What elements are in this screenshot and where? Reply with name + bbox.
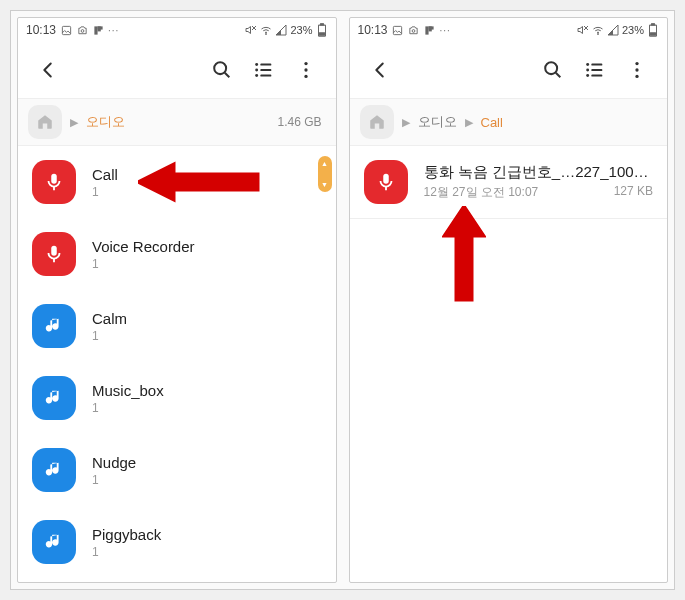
svg-rect-2: [94, 26, 97, 34]
image-icon: [60, 24, 72, 36]
svg-point-34: [597, 33, 598, 34]
svg-rect-18: [260, 74, 271, 76]
breadcrumb-current[interactable]: Call: [481, 115, 503, 130]
flipboard-icon: [92, 24, 104, 36]
list-item[interactable]: Piggyback 1: [18, 506, 336, 578]
breadcrumb-parent[interactable]: 오디오: [418, 113, 457, 131]
camera-icon: [408, 24, 420, 36]
camera-icon: [76, 24, 88, 36]
svg-point-20: [304, 68, 307, 71]
svg-rect-41: [591, 63, 602, 65]
battery-icon: [647, 24, 659, 36]
breadcrumb-current[interactable]: 오디오: [86, 113, 125, 131]
breadcrumb-home[interactable]: [360, 105, 394, 139]
mic-icon: [364, 160, 408, 204]
breadcrumb: ▶ 오디오 1.46 GB: [18, 98, 336, 146]
more-status-icon: ···: [440, 25, 451, 36]
file-name: 통화 녹음 긴급번호_…227_100723.m4a: [424, 163, 654, 182]
file-date: 12월 27일 오전 10:07: [424, 184, 539, 201]
list-item[interactable]: Call 1: [18, 146, 336, 218]
mic-icon: [32, 160, 76, 204]
phone-left: 10:13 ···: [17, 17, 337, 583]
svg-rect-37: [651, 33, 656, 35]
list-item-count: 1: [92, 545, 322, 559]
svg-point-19: [304, 62, 307, 65]
back-button[interactable]: [364, 54, 396, 86]
list-item[interactable]: Shrink_ray 1: [18, 578, 336, 582]
chevron-right-icon: ▶: [402, 116, 410, 129]
svg-rect-31: [429, 26, 434, 29]
music-note-icon: [32, 376, 76, 420]
file-list: 통화 녹음 긴급번호_…227_100723.m4a 12월 27일 오전 10…: [350, 146, 668, 582]
svg-point-11: [214, 62, 226, 74]
more-button[interactable]: [621, 54, 653, 86]
file-size: 127 KB: [614, 184, 653, 201]
svg-rect-49: [383, 174, 389, 184]
list-item-count: 1: [92, 257, 322, 271]
list-item-title: Piggyback: [92, 526, 322, 543]
music-note-icon: [32, 304, 76, 348]
battery-text: 23%: [622, 24, 644, 36]
search-button[interactable]: [206, 54, 238, 86]
chevron-right-icon: ▶: [465, 116, 473, 129]
music-note-icon: [32, 520, 76, 564]
svg-rect-27: [393, 26, 401, 34]
list-item-title: Call: [92, 166, 322, 183]
svg-rect-0: [62, 26, 70, 34]
battery-text: 23%: [290, 24, 312, 36]
mute-icon: [577, 24, 589, 36]
more-button[interactable]: [290, 54, 322, 86]
wifi-icon: [260, 24, 272, 36]
music-note-icon: [32, 448, 76, 492]
toolbar: [18, 42, 336, 98]
more-status-icon: ···: [108, 25, 119, 36]
wifi-icon: [592, 24, 604, 36]
svg-point-48: [635, 75, 638, 78]
folder-list: ▲▼ Call 1 Voice Recorder 1: [18, 146, 336, 582]
back-button[interactable]: [32, 54, 64, 86]
svg-point-40: [586, 63, 589, 66]
svg-line-39: [556, 73, 561, 78]
svg-rect-36: [652, 24, 655, 25]
svg-rect-45: [591, 74, 602, 76]
image-icon: [392, 24, 404, 36]
svg-rect-10: [319, 33, 324, 35]
list-item-title: Calm: [92, 310, 322, 327]
svg-point-21: [304, 75, 307, 78]
search-button[interactable]: [537, 54, 569, 86]
status-time: 10:13: [358, 23, 388, 37]
svg-point-7: [266, 33, 267, 34]
svg-point-28: [412, 29, 415, 32]
list-item[interactable]: Calm 1: [18, 290, 336, 362]
folder-size: 1.46 GB: [277, 115, 321, 129]
breadcrumb-home[interactable]: [28, 105, 62, 139]
view-toggle-button[interactable]: [248, 54, 280, 86]
svg-point-47: [635, 68, 638, 71]
svg-marker-51: [444, 206, 484, 300]
svg-line-12: [224, 73, 229, 78]
signal-icon: [275, 24, 287, 36]
list-item[interactable]: Voice Recorder 1: [18, 218, 336, 290]
chevron-right-icon: ▶: [70, 116, 78, 129]
toolbar: [350, 42, 668, 98]
svg-point-42: [586, 69, 589, 72]
svg-rect-29: [425, 26, 428, 34]
list-item[interactable]: Nudge 1: [18, 434, 336, 506]
mic-icon: [32, 232, 76, 276]
fast-scroll-handle[interactable]: ▲▼: [318, 156, 332, 192]
list-item[interactable]: Music_box 1: [18, 362, 336, 434]
view-toggle-button[interactable]: [579, 54, 611, 86]
list-item-title: Voice Recorder: [92, 238, 322, 255]
svg-rect-43: [591, 69, 602, 71]
svg-rect-4: [97, 26, 102, 29]
battery-icon: [316, 24, 328, 36]
list-item-title: Music_box: [92, 382, 322, 399]
file-item[interactable]: 통화 녹음 긴급번호_…227_100723.m4a 12월 27일 오전 10…: [350, 146, 668, 219]
flipboard-icon: [424, 24, 436, 36]
svg-point-38: [545, 62, 557, 74]
signal-icon: [607, 24, 619, 36]
svg-rect-14: [260, 63, 271, 65]
svg-rect-9: [320, 24, 323, 25]
mute-icon: [245, 24, 257, 36]
list-item-count: 1: [92, 401, 322, 415]
